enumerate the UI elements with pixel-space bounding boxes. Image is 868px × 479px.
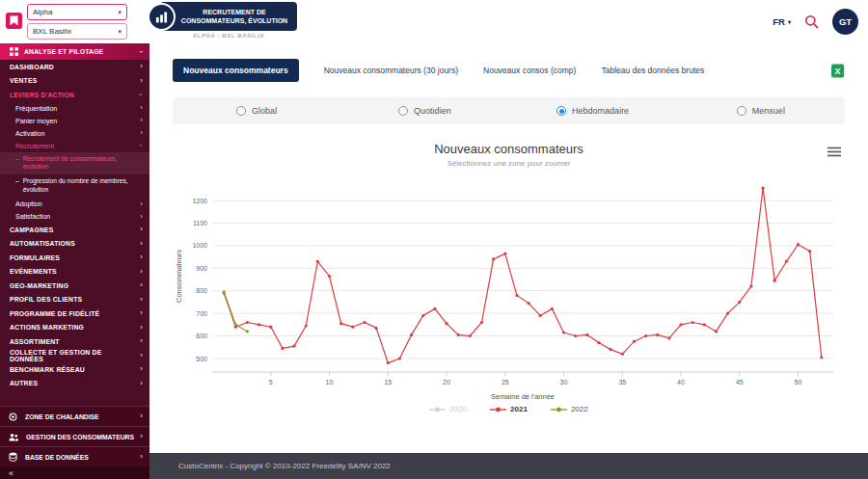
sidebar-item-frequentation[interactable]: Fréquentation› — [0, 102, 149, 115]
sidebar-item-label: PROGRAMME DE FIDÉLITÉ — [10, 310, 136, 317]
chevron-down-icon: ▾ — [118, 28, 122, 35]
sidebar-item-label: PROFIL DES CLIENTS — [10, 296, 136, 303]
sidebar-item-leviers-d-action[interactable]: LEVIERS D'ACTION› — [0, 88, 149, 102]
radio-global[interactable]: Global — [173, 106, 340, 116]
radio-unselected-icon — [236, 106, 246, 116]
location-select[interactable]: BXL Basilix ▾ — [27, 23, 127, 40]
chevron-right-icon: › — [140, 253, 143, 261]
chevron-right-icon: › — [140, 77, 143, 85]
sidebar-item-formulaires[interactable]: FORMULAIRES› — [0, 251, 149, 265]
radio-label: Hebdomadaire — [572, 106, 629, 116]
legend-item-2021[interactable]: 2021 — [490, 405, 528, 413]
chevron-right-icon: › — [140, 337, 143, 345]
sidebar-item-programme-de-fidelite[interactable]: PROGRAMME DE FIDÉLITÉ› — [0, 306, 149, 321]
chart-menu-icon[interactable] — [827, 144, 841, 161]
tab-nouveaux-consommateurs[interactable]: Nouveaux consommateurs — [173, 59, 299, 82]
sidebar-item-campagnes[interactable]: CAMPAGNES› — [0, 223, 149, 237]
tab-bar: Nouveaux consommateursNouveaux consommat… — [173, 59, 704, 82]
sidebar-item-automatisations[interactable]: AUTOMATISATIONS› — [0, 237, 149, 252]
sidebar-item-activation[interactable]: Activation› — [0, 127, 149, 140]
sidebar-item-gestion-des-consommateurs[interactable]: GESTION DES CONSOMMATEURS› — [0, 426, 149, 446]
map-pin-icon — [9, 412, 17, 421]
chevron-right-icon: › — [140, 129, 143, 137]
avatar[interactable]: GT — [832, 9, 858, 35]
tab-nouveaux-consommateurs-30-jours[interactable]: Nouveaux consommateurs (30 jours) — [324, 59, 458, 82]
sidebar-item-recrutement[interactable]: Recrutement› — [0, 140, 149, 152]
sidebar-item-assortiment[interactable]: ASSORTIMENT› — [0, 334, 149, 349]
legend-label: 2020 — [449, 405, 467, 413]
main-content: Nouveaux consommateursNouveaux consommat… — [149, 43, 868, 453]
sidebar-item-collecte-et-gestion-de-donnees[interactable]: COLLECTE ET GESTION DE DONNÉES› — [0, 349, 149, 363]
chart-header: Nouveaux consommateurs Sélectionnez une … — [149, 142, 868, 168]
sidebar-nav: ANALYSE ET PILOTAGE›DASHBOARD›VENTES›LEV… — [0, 43, 149, 406]
sidebar-item-label: Activation — [15, 130, 136, 137]
sidebar-item-label: Adoption — [15, 200, 136, 207]
radio-hebdomadaire[interactable]: Hebdomadaire — [509, 106, 677, 116]
sidebar-item-label: AUTRES — [10, 380, 136, 386]
sidebar-item-actions-marketing[interactable]: ACTIONS MARKETING› — [0, 321, 149, 335]
sidebar-item-label: Recrutement — [15, 143, 136, 149]
sidebar-item-analyse-et-pilotage[interactable]: ANALYSE ET PILOTAGE› — [0, 43, 149, 60]
tab-tableau-des-donnees-brutes[interactable]: Tableau des données brutes — [601, 59, 704, 82]
svg-text:900: 900 — [196, 265, 207, 272]
chart-svg[interactable]: 5006007008009001000110012005101520253035… — [172, 173, 847, 403]
radio-quotidien[interactable]: Quotidien — [340, 106, 508, 116]
sidebar-item-label: Panier moyen — [15, 118, 136, 124]
sidebar-item-autres[interactable]: AUTRES› — [0, 377, 149, 391]
brand-bookmark-icon[interactable] — [6, 13, 22, 29]
sidebar-item-benchmark-reseau[interactable]: BENCHMARK RÉSEAU› — [0, 362, 149, 377]
sidebar-item-label: Fréquentation — [15, 105, 136, 112]
sidebar-item-label: BENCHMARK RÉSEAU — [10, 366, 136, 373]
context-selects: Alpha ▾ BXL Basilix ▾ — [27, 4, 127, 40]
legend-marker-icon — [429, 406, 446, 413]
sidebar-item-recrutement-de-consommateurs-evolution[interactable]: –Recrutement de consommateurs, évolution — [0, 152, 149, 175]
chevron-down-icon: ▾ — [118, 9, 122, 15]
sidebar-item-adoption[interactable]: Adoption› — [0, 198, 149, 210]
sidebar-item-zone-de-chalandise[interactable]: ZONE DE CHALANDISE› — [0, 406, 149, 426]
chart-title: Nouveaux consommateurs — [149, 142, 868, 156]
radio-selected-icon — [556, 106, 566, 116]
sidebar-item-ventes[interactable]: VENTES› — [0, 74, 149, 89]
svg-text:Consommateurs: Consommateurs — [175, 250, 183, 303]
legend-item-2020[interactable]: 2020 — [429, 405, 467, 413]
topbar: Alpha ▾ BXL Basilix ▾ RECRUTEMENT DE CON… — [0, 0, 868, 43]
company-select[interactable]: Alpha ▾ — [27, 4, 127, 20]
page-subtitle: ALPHA - BXL BASILIX — [160, 33, 297, 39]
chevron-right-icon: › — [140, 296, 143, 304]
sidebar-item-label: ACTIONS MARKETING — [10, 324, 136, 331]
legend-item-2022[interactable]: 2022 — [551, 405, 588, 413]
sidebar-item-panier-moyen[interactable]: Panier moyen› — [0, 115, 149, 127]
svg-text:600: 600 — [196, 333, 207, 339]
radio-mensuel[interactable]: Mensuel — [677, 106, 845, 116]
sidebar-item-profil-des-clients[interactable]: PROFIL DES CLIENTS› — [0, 293, 149, 307]
sidebar-item-satisfaction[interactable]: Satisfaction› — [0, 210, 149, 223]
chevron-right-icon: › — [140, 240, 143, 248]
sidebar-item-label: CAMPAGNES — [10, 226, 136, 233]
chevron-right-icon: › — [140, 268, 143, 276]
tab-nouveaux-consos-comp[interactable]: Nouveaux consos (comp) — [483, 59, 576, 82]
chevron-right-icon: › — [140, 453, 143, 461]
search-icon[interactable] — [804, 14, 819, 29]
radio-label: Quotidien — [414, 106, 451, 116]
svg-text:25: 25 — [501, 379, 508, 386]
language-select[interactable]: FR ▾ — [773, 16, 791, 27]
chevron-right-icon: › — [140, 117, 143, 124]
legend-marker-icon — [490, 406, 506, 413]
radio-unselected-icon — [737, 106, 746, 116]
excel-export-icon[interactable]: X — [830, 64, 845, 78]
chevron-right-icon: › — [140, 380, 143, 387]
sidebar-item-evenements[interactable]: EVÉNEMENTS› — [0, 265, 149, 279]
sidebar-item-base-de-donnees[interactable]: BASE DE DONNÉES› — [0, 446, 149, 466]
sidebar-collapse-button[interactable]: « — [0, 466, 149, 479]
radio-label: Mensuel — [752, 106, 785, 116]
sidebar-item-label: GEO-MARKETING — [10, 282, 136, 289]
sidebar-item-dashboard[interactable]: DASHBOARD› — [0, 60, 149, 74]
sidebar-item-geo-marketing[interactable]: GEO-MARKETING› — [0, 279, 149, 293]
users-icon — [9, 433, 18, 441]
sidebar-bottom: ZONE DE CHALANDISE›GESTION DES CONSOMMAT… — [0, 406, 149, 466]
sidebar-item-progression-du-nombre-de-membres-evolution[interactable]: –Progression du nombre de membres, évolu… — [0, 174, 149, 198]
grid-icon — [10, 47, 18, 56]
sidebar-item-label: Recrutement de consommateurs, évolution — [23, 155, 143, 173]
topbar-actions: FR ▾ GT — [773, 0, 858, 43]
sidebar-item-label: ZONE DE CHALANDISE — [25, 413, 134, 420]
